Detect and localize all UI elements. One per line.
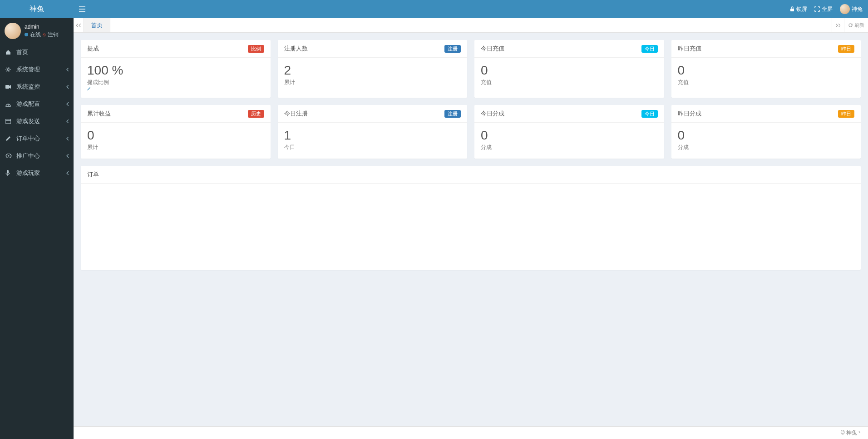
user-panel: admin 在线 ⎋ 注销 (0, 18, 74, 44)
sidebar-item-label: 游戏配置 (16, 100, 40, 108)
svg-point-3 (8, 155, 10, 157)
sidebar: 神兔 admin 在线 ⎋ 注销 首页系统管理系统监控游戏配置游戏发送订单中心推… (0, 0, 74, 439)
sidebar-item-5[interactable]: 订单中心 (0, 130, 74, 147)
card-badge: 注册 (444, 110, 461, 118)
user-menu[interactable]: 神兔 (840, 4, 863, 14)
card-title: 昨日分成 (678, 110, 701, 118)
stat-card-4: 累计收益历史0累计 (81, 105, 271, 159)
refresh-button[interactable]: 刷新 (844, 18, 868, 32)
sidebar-item-0[interactable]: 首页 (0, 44, 74, 61)
stat-card-0: 提成比例100 %提成比例 (81, 40, 271, 98)
logout-link[interactable]: 注销 (48, 31, 59, 39)
card-value: 1 (284, 128, 461, 143)
tab-scroll-right[interactable] (832, 18, 844, 32)
sidebar-item-label: 首页 (16, 48, 28, 56)
sidebar-item-6[interactable]: 推广中心 (0, 147, 74, 165)
chevron-left-icon (66, 154, 69, 158)
topbar: 锁屏 全屏 神兔 (74, 0, 868, 18)
stat-card-5: 今日注册注册1今日 (278, 105, 468, 159)
logout-icon: ⎋ (43, 32, 46, 37)
sidebar-item-2[interactable]: 系统监控 (0, 78, 74, 95)
card-title: 昨日充值 (678, 45, 701, 53)
refresh-icon (848, 23, 853, 28)
sidebar-item-1[interactable]: 系统管理 (0, 61, 74, 78)
sidebar-item-label: 游戏发送 (16, 117, 40, 125)
sidebar-item-4[interactable]: 游戏发送 (0, 113, 74, 130)
expand-icon (814, 6, 820, 12)
footer: © 神兔丶 (74, 426, 868, 439)
card-badge: 比例 (248, 45, 264, 53)
card-sublabel: 分成 (678, 144, 689, 150)
card-value: 0 (678, 63, 855, 78)
card-value: 0 (481, 63, 658, 78)
pencil-icon (5, 136, 14, 141)
card-sublabel: 充值 (678, 79, 689, 85)
chevron-left-icon (66, 68, 69, 71)
card-value: 2 (284, 63, 461, 78)
user-name: admin (25, 24, 59, 30)
orders-panel-body (81, 184, 861, 270)
chevron-left-icon (66, 171, 69, 175)
card-value: 0 (87, 128, 264, 143)
svg-rect-5 (790, 9, 794, 11)
edit-icon[interactable] (87, 86, 264, 90)
camera-icon (5, 85, 14, 89)
fullscreen-label: 全屏 (822, 5, 833, 13)
svg-point-0 (7, 69, 9, 70)
sidebar-item-label: 系统管理 (16, 65, 40, 74)
chevron-left-icon (66, 120, 69, 123)
lockscreen-button[interactable]: 锁屏 (790, 5, 807, 13)
home-icon (5, 50, 14, 55)
tab-strip: 首页 刷新 (74, 18, 868, 33)
card-title: 今日分成 (481, 110, 504, 118)
card-badge: 历史 (248, 110, 264, 118)
tab-scroll-left[interactable] (74, 18, 84, 32)
card-title: 提成 (87, 45, 99, 53)
card-sublabel: 累计 (87, 144, 98, 150)
card-sublabel: 提成比例 (87, 79, 109, 85)
svg-rect-2 (5, 119, 11, 124)
card-value: 0 (481, 128, 658, 143)
card-title: 今日充值 (481, 45, 504, 53)
sidebar-item-label: 推广中心 (16, 152, 40, 160)
orders-panel: 订单 (81, 166, 861, 270)
fullscreen-button[interactable]: 全屏 (814, 5, 833, 13)
sidebar-item-label: 系统监控 (16, 83, 40, 91)
sidebar-item-7[interactable]: 游戏玩家 (0, 165, 74, 182)
avatar-small (840, 4, 850, 14)
stat-card-7: 昨日分成昨日0分成 (671, 105, 861, 159)
content-area: 提成比例100 %提成比例注册人数注册2累计今日充值今日0充值昨日充值昨日0充值… (74, 33, 868, 426)
chevron-left-icon (66, 137, 69, 140)
sidebar-item-label: 订单中心 (16, 135, 40, 143)
tab-home[interactable]: 首页 (84, 18, 110, 32)
sidebar-item-label: 游戏玩家 (16, 169, 40, 177)
orders-panel-title: 订单 (81, 166, 861, 184)
stat-card-3: 昨日充值昨日0充值 (671, 40, 861, 98)
stat-card-2: 今日充值今日0充值 (474, 40, 664, 98)
card-badge: 今日 (641, 110, 658, 118)
card-sublabel: 今日 (284, 144, 295, 150)
card-title: 注册人数 (284, 45, 308, 53)
app-logo[interactable]: 神兔 (0, 0, 74, 18)
refresh-label: 刷新 (854, 22, 864, 29)
box-icon (5, 119, 14, 124)
online-status: 在线 (30, 31, 41, 39)
card-title: 今日注册 (284, 110, 308, 118)
chevron-left-icon (66, 102, 69, 106)
stat-card-1: 注册人数注册2累计 (278, 40, 468, 98)
lockscreen-label: 锁屏 (796, 5, 807, 13)
card-value: 100 % (87, 63, 264, 78)
mic-icon (5, 170, 14, 176)
avatar[interactable] (5, 23, 21, 39)
gear-icon (5, 67, 14, 72)
stat-card-6: 今日分成今日0分成 (474, 105, 664, 159)
menu-toggle-icon[interactable] (79, 6, 85, 12)
card-badge: 昨日 (838, 110, 854, 118)
lock-icon (790, 6, 794, 12)
card-value: 0 (678, 128, 855, 143)
sidebar-item-3[interactable]: 游戏配置 (0, 95, 74, 113)
sidebar-menu: 首页系统管理系统监控游戏配置游戏发送订单中心推广中心游戏玩家 (0, 44, 74, 182)
dashboard-icon (5, 101, 14, 107)
card-sublabel: 充值 (481, 79, 492, 85)
card-title: 累计收益 (87, 110, 111, 118)
